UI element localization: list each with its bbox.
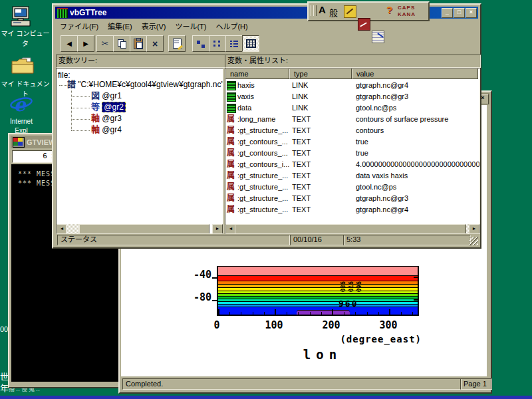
variable-tree-pane[interactable]: file: 譜 "C:¥HOME¥c¥gtool4¥gtview¥gtgraph… [56, 68, 223, 234]
cut-button[interactable]: ✂ [96, 35, 114, 52]
x-axis-unit-label: (degree_east) [298, 334, 422, 344]
list-row[interactable]: 属 :gt_contours_... TEXT true [225, 137, 478, 148]
list-row[interactable]: 属 :gt_contours_i... TEXT 4.0000000000000… [225, 160, 478, 171]
scroll-right-arrow[interactable]: ► [469, 224, 479, 234]
view-small-icons-button[interactable] [209, 35, 226, 52]
ime-grip[interactable] [313, 5, 317, 16]
column-header-name[interactable]: name [225, 68, 289, 79]
tree-node-gr4[interactable]: 軸 @gr4 [91, 125, 122, 136]
list-h-scrollbar[interactable]: ◄ ► [225, 224, 479, 233]
window-title: vbGTTree [70, 8, 106, 17]
x-tick-label: 100 [259, 319, 289, 331]
menu-edit[interactable]: 編集(E) [103, 21, 137, 31]
tree-node-gr2-selected[interactable]: 等 @gr2 [91, 102, 126, 113]
my-computer-icon[interactable] [9, 5, 32, 28]
back-arrow-icon: ◀ [66, 40, 72, 47]
tree-node-label[interactable]: @gr4 [102, 125, 122, 134]
scroll-thumb[interactable] [235, 224, 466, 234]
tree-node-gr3[interactable]: 軸 @gr3 [91, 114, 122, 124]
attribute-icon: 属 [227, 115, 235, 124]
delete-x-icon: × [152, 39, 158, 49]
cell-type: TEXT [292, 149, 311, 157]
back-button[interactable]: ◀ [61, 35, 78, 52]
menu-help[interactable]: ヘルプ(H) [211, 21, 252, 31]
x-tick-label: 200 [316, 319, 346, 331]
ime-kana-indicator[interactable]: KANA [398, 11, 416, 17]
paste-button[interactable] [130, 35, 147, 52]
scroll-right-arrow[interactable]: ► [212, 224, 223, 234]
tree-h-scrollbar[interactable]: ◄ ► [57, 224, 223, 233]
scroll-track[interactable] [66, 224, 79, 233]
plot-footer-page-number: 1 [480, 376, 483, 376]
scroll-thumb[interactable] [79, 224, 209, 234]
minimize-button[interactable]: _ [442, 8, 453, 18]
internet-explorer-icon[interactable]: e [9, 93, 33, 117]
tree-node-label[interactable]: @gr3 [102, 114, 122, 123]
my-documents-icon[interactable] [11, 56, 35, 76]
list-row[interactable]: 属 :gt_structure_... TEXT data vaxis haxi… [225, 171, 478, 182]
x-axis-label: lon [299, 347, 346, 362]
attribute-icon: 属 [227, 149, 235, 158]
small-icons-icon [213, 40, 221, 48]
view-large-icons-button[interactable] [192, 35, 209, 52]
ime-pen-tool-icon[interactable] [344, 5, 356, 18]
my-computer-label[interactable]: マイ コンピュータ [0, 28, 51, 48]
ime-toolbar[interactable]: A 般 ? CAPS KANA [307, 1, 430, 21]
list-row[interactable]: 属 :long_name TEXT contours of surface pr… [225, 114, 478, 126]
list-row[interactable]: vaxis LINK gtgraph.nc@gr3 [225, 92, 478, 103]
axis-node-icon: 軸 [91, 124, 100, 134]
copy-button[interactable] [113, 35, 130, 52]
tree-root-label[interactable]: "C:¥HOME¥c¥gtool4¥gtview¥gtgraph.nc" [78, 80, 223, 89]
contour-band [218, 275, 418, 281]
view-list-button[interactable] [225, 35, 243, 52]
ime-help-icon[interactable]: ? [386, 4, 392, 15]
paste-icon [134, 39, 143, 49]
tree-node-label[interactable]: @gr1 [102, 91, 122, 100]
internet-explorer-label[interactable]: Internet [0, 118, 47, 125]
toolbar: ◀ ▶ ✂ × [55, 33, 478, 53]
ime-pad-icon[interactable] [372, 31, 384, 43]
ime-input-mode-button[interactable]: A [319, 4, 326, 15]
cell-value: gtgraph.nc@gr4 [356, 81, 408, 89]
cell-type: TEXT [292, 172, 311, 180]
cell-name: data [237, 104, 251, 112]
msdos-icon-green [13, 142, 18, 146]
maximize-button[interactable]: □ [454, 8, 465, 18]
ime-conversion-mode-button[interactable]: 般 [329, 6, 338, 19]
list-row[interactable]: 属 :gt_contours_... TEXT true [225, 148, 478, 160]
forward-button[interactable]: ▶ [77, 35, 94, 52]
tree-node-label-selected[interactable]: @gr2 [102, 102, 126, 112]
list-row[interactable]: 属 :gt_structure_... TEXT gtgraph.nc@gr3 [225, 194, 478, 205]
tree-root-node[interactable]: 譜 "C:¥HOME¥c¥gtool4¥gtview¥gtgraph.nc" [67, 80, 223, 90]
properties-button[interactable] [168, 35, 186, 52]
vbgttree-window[interactable]: vbGTTree _ □ × ファイル(F) 編集(E) 表示(V) ツール(T… [52, 3, 481, 249]
list-row[interactable]: 属 :gt_structure_... TEXT contours [225, 126, 478, 137]
menu-view[interactable]: 表示(V) [137, 21, 171, 31]
tree-connector [71, 96, 90, 97]
contour-inline-label-horizontal: 960 [338, 299, 358, 309]
column-header-type[interactable]: type [289, 68, 352, 79]
delete-button[interactable]: × [146, 35, 164, 52]
menu-tools[interactable]: ツール(T) [170, 21, 211, 31]
list-pane-label: 変数・属性リスト: [225, 55, 481, 68]
column-header-value[interactable]: value [352, 68, 478, 79]
close-button[interactable]: × [466, 8, 477, 18]
list-row[interactable]: 属 :gt_structure_... TEXT gtool.nc@ps [225, 182, 478, 194]
ime-caps-indicator[interactable]: CAPS [398, 5, 415, 11]
attribute-icon: 属 [227, 183, 235, 192]
x-tick-label: 0 [211, 319, 222, 331]
attribute-list-pane[interactable]: name type value haxis LINK gtgraph.nc@gr… [225, 68, 480, 234]
variable-icon [227, 81, 236, 90]
cell-value: gtool.nc@ps [356, 183, 396, 191]
view-details-button[interactable] [242, 35, 259, 52]
y-tick-mark [212, 300, 217, 301]
attribute-icon: 属 [227, 172, 235, 180]
ime-dictionary-icon[interactable] [358, 18, 370, 31]
list-row[interactable]: haxis LINK gtgraph.nc@gr4 [225, 80, 478, 92]
list-row[interactable]: data LINK gtool.nc@ps [225, 103, 478, 114]
contour-bands [218, 266, 418, 315]
list-row[interactable]: 属 :gt_structure_... TEXT gtgraph.nc@gr4 [225, 205, 478, 216]
resize-grip[interactable] [469, 237, 478, 245]
tree-node-gr1[interactable]: 図 @gr1 [91, 91, 122, 102]
menu-file[interactable]: ファイル(F) [55, 21, 103, 31]
